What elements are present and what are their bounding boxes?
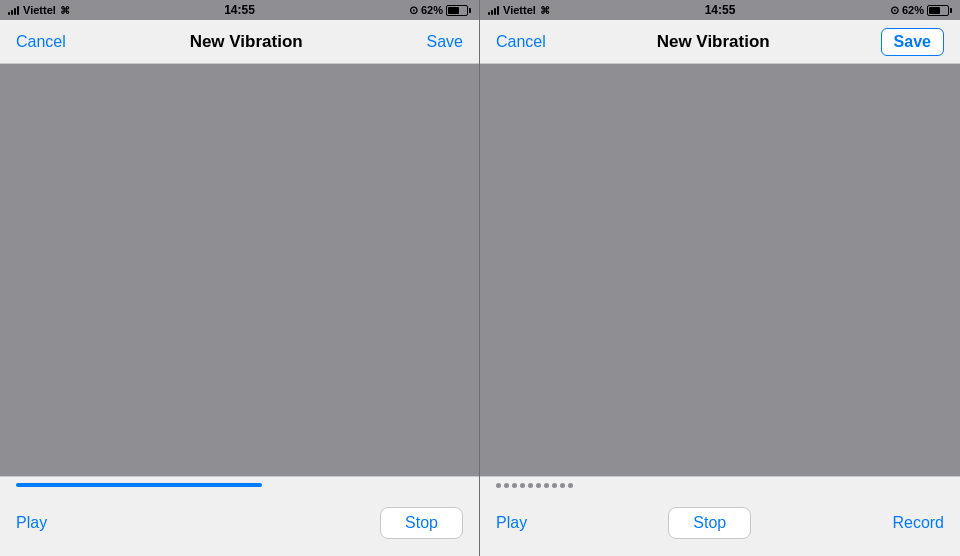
status-right-1: ⊙ 62% [409,4,471,17]
signal-bars-icon [8,5,19,15]
dot-1 [496,483,501,488]
status-left-1: Viettel ⌘ [8,4,70,16]
action-buttons-1: Play Stop [0,489,479,556]
dot-10 [568,483,573,488]
nav-bar-1: Cancel New Vibration Save [0,20,479,64]
time-label-2: 14:55 [705,3,736,17]
dot-2 [504,483,509,488]
dot-3 [512,483,517,488]
wifi-icon-2: ⌘ [540,5,550,16]
save-button-2[interactable]: Save [881,28,944,56]
cancel-button-1[interactable]: Cancel [16,33,66,51]
signal-bars-icon-2 [488,5,499,15]
record-button-2[interactable]: Record [892,514,944,532]
status-bar-2: Viettel ⌘ 14:55 ⊙ 62% [480,0,960,20]
play-button-2[interactable]: Play [496,514,527,532]
progress-bar-1 [0,477,479,489]
content-area-1 [0,64,479,476]
content-area-2 [480,64,960,476]
stop-button-2[interactable]: Stop [668,507,751,539]
battery-percent-2: 62% [902,4,924,16]
play-button-1[interactable]: Play [16,514,47,532]
dots-row-2 [480,477,960,489]
dot-5 [528,483,533,488]
battery-icon-1 [446,5,471,16]
nav-title-1: New Vibration [190,32,303,52]
phones-container: Viettel ⌘ 14:55 ⊙ 62% Cancel New Vibrati… [0,0,960,556]
location-icon-2: ⊙ [890,4,899,17]
save-button-1[interactable]: Save [427,33,463,51]
dot-4 [520,483,525,488]
status-left-2: Viettel ⌘ [488,4,550,16]
battery-icon-2 [927,5,952,16]
wifi-icon-1: ⌘ [60,5,70,16]
status-bar-1: Viettel ⌘ 14:55 ⊙ 62% [0,0,479,20]
phone-1: Viettel ⌘ 14:55 ⊙ 62% Cancel New Vibrati… [0,0,480,556]
status-right-2: ⊙ 62% [890,4,952,17]
carrier-label-2: Viettel [503,4,536,16]
action-buttons-2: Play Stop Record [480,489,960,556]
progress-track-1 [16,483,463,487]
dot-7 [544,483,549,488]
phone-2: Viettel ⌘ 14:55 ⊙ 62% Cancel New Vibrati… [480,0,960,556]
nav-bar-2: Cancel New Vibration Save [480,20,960,64]
progress-fill-1 [16,483,262,487]
bottom-area-2: Play Stop Record [480,476,960,556]
stop-button-1[interactable]: Stop [380,507,463,539]
battery-percent-1: 62% [421,4,443,16]
cancel-button-2[interactable]: Cancel [496,33,546,51]
bottom-area-1: Play Stop [0,476,479,556]
dot-9 [560,483,565,488]
dot-8 [552,483,557,488]
location-icon-1: ⊙ [409,4,418,17]
nav-title-2: New Vibration [657,32,770,52]
dot-6 [536,483,541,488]
time-label-1: 14:55 [224,3,255,17]
carrier-label-1: Viettel [23,4,56,16]
